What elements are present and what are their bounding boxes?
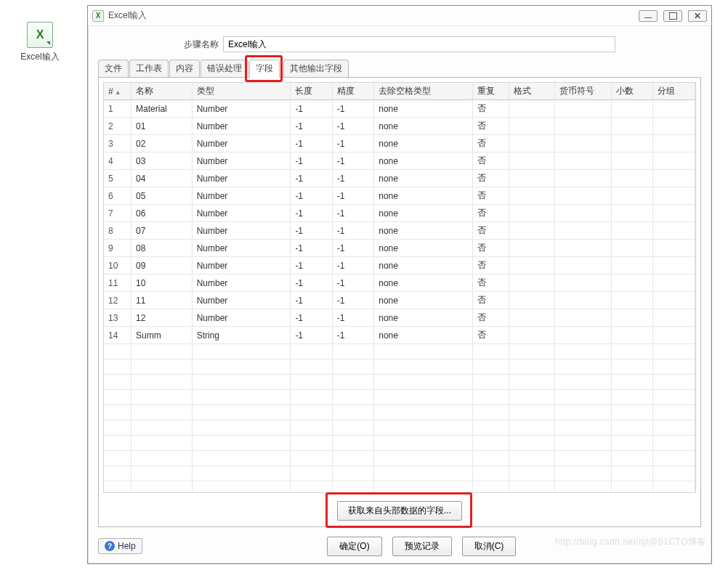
col-header-grouping[interactable]: 分组 <box>653 83 695 100</box>
col-header-index[interactable]: #▲ <box>104 83 132 100</box>
cell-decimal[interactable] <box>612 240 653 257</box>
cell-grouping[interactable] <box>653 205 695 222</box>
cell-currency[interactable] <box>554 292 611 309</box>
tab-2[interactable]: 内容 <box>169 60 200 78</box>
cell-length[interactable]: -1 <box>291 152 332 170</box>
cell-decimal[interactable] <box>612 118 653 135</box>
cell-grouping[interactable] <box>653 327 695 344</box>
cell-trim[interactable]: none <box>374 135 473 152</box>
col-header-format[interactable]: 格式 <box>509 83 555 100</box>
col-header-repeat[interactable]: 重复 <box>472 83 509 100</box>
preview-button[interactable]: 预览记录 <box>392 537 452 556</box>
cell-decimal[interactable] <box>612 257 653 274</box>
col-header-name[interactable]: 名称 <box>132 83 193 100</box>
cell-format[interactable] <box>509 205 555 222</box>
cell-idx[interactable]: 2 <box>104 118 132 135</box>
cell-idx[interactable]: 8 <box>104 222 132 240</box>
cell-type[interactable]: Number <box>192 118 291 135</box>
cell-idx[interactable]: 14 <box>104 327 132 344</box>
cell-name[interactable]: 09 <box>132 257 193 274</box>
cell-currency[interactable] <box>554 222 611 240</box>
cell-trim[interactable]: none <box>374 240 473 257</box>
step-name-input[interactable] <box>223 36 615 52</box>
cell-type[interactable]: Number <box>192 187 291 205</box>
help-button[interactable]: ? Help <box>98 538 142 554</box>
cell-format[interactable] <box>509 327 555 344</box>
table-row[interactable]: 302Number-1-1none否 <box>104 135 695 152</box>
table-row-empty[interactable] <box>104 466 695 481</box>
table-row[interactable]: 908Number-1-1none否 <box>104 240 695 257</box>
cell-format[interactable] <box>509 309 555 327</box>
cell-length[interactable]: -1 <box>291 274 332 292</box>
cell-precision[interactable]: -1 <box>332 327 373 344</box>
cell-length[interactable]: -1 <box>291 222 332 240</box>
cell-trim[interactable]: none <box>374 274 473 292</box>
maximize-button[interactable] <box>663 10 682 22</box>
table-row-empty[interactable] <box>104 359 695 375</box>
cell-repeat[interactable]: 否 <box>472 327 509 344</box>
cell-name[interactable]: 01 <box>132 118 193 135</box>
cell-precision[interactable]: -1 <box>332 222 373 240</box>
cell-idx[interactable]: 12 <box>104 292 132 309</box>
cell-name[interactable]: 11 <box>132 292 193 309</box>
cell-currency[interactable] <box>554 205 611 222</box>
close-button[interactable]: ✕ <box>688 10 707 22</box>
table-row[interactable]: 605Number-1-1none否 <box>104 187 695 205</box>
cell-currency[interactable] <box>554 170 611 187</box>
cell-format[interactable] <box>509 240 555 257</box>
cell-currency[interactable] <box>554 240 611 257</box>
cell-decimal[interactable] <box>612 222 653 240</box>
cell-decimal[interactable] <box>612 152 653 170</box>
cell-format[interactable] <box>509 274 555 292</box>
table-row[interactable]: 14SummString-1-1none否 <box>104 327 695 344</box>
cell-name[interactable]: Summ <box>132 327 193 344</box>
col-header-length[interactable]: 长度 <box>291 83 332 100</box>
cell-grouping[interactable] <box>653 222 695 240</box>
cell-length[interactable]: -1 <box>291 170 332 187</box>
cell-trim[interactable]: none <box>374 100 473 118</box>
cell-repeat[interactable]: 否 <box>472 222 509 240</box>
cell-type[interactable]: String <box>192 327 291 344</box>
minimize-button[interactable] <box>639 10 658 22</box>
cell-length[interactable]: -1 <box>291 257 332 274</box>
cell-type[interactable]: Number <box>192 309 291 327</box>
cell-format[interactable] <box>509 152 555 170</box>
cell-name[interactable]: 12 <box>132 309 193 327</box>
cell-name[interactable]: 06 <box>132 205 193 222</box>
cell-precision[interactable]: -1 <box>332 274 373 292</box>
cell-format[interactable] <box>509 170 555 187</box>
cell-decimal[interactable] <box>612 100 653 118</box>
tab-0[interactable]: 文件 <box>98 60 129 78</box>
cell-precision[interactable]: -1 <box>332 118 373 135</box>
cell-currency[interactable] <box>554 274 611 292</box>
cell-length[interactable]: -1 <box>291 240 332 257</box>
cell-trim[interactable]: none <box>374 205 473 222</box>
cell-trim[interactable]: none <box>374 292 473 309</box>
table-row-empty[interactable] <box>104 451 695 466</box>
cell-format[interactable] <box>509 118 555 135</box>
cell-grouping[interactable] <box>653 135 695 152</box>
table-row[interactable]: 706Number-1-1none否 <box>104 205 695 222</box>
cell-repeat[interactable]: 否 <box>472 309 509 327</box>
desktop-shortcut-excel-input[interactable]: X Excel输入 <box>18 22 62 63</box>
cell-idx[interactable]: 5 <box>104 170 132 187</box>
cell-trim[interactable]: none <box>374 187 473 205</box>
cell-length[interactable]: -1 <box>291 135 332 152</box>
col-header-decimal[interactable]: 小数 <box>612 83 653 100</box>
table-row-empty[interactable] <box>104 405 695 420</box>
cell-format[interactable] <box>509 100 555 118</box>
cell-currency[interactable] <box>554 135 611 152</box>
cell-precision[interactable]: -1 <box>332 187 373 205</box>
cell-type[interactable]: Number <box>192 100 291 118</box>
table-row[interactable]: 1110Number-1-1none否 <box>104 274 695 292</box>
cell-format[interactable] <box>509 292 555 309</box>
cell-length[interactable]: -1 <box>291 187 332 205</box>
cell-type[interactable]: Number <box>192 152 291 170</box>
cell-repeat[interactable]: 否 <box>472 240 509 257</box>
cell-trim[interactable]: none <box>374 152 473 170</box>
tab-4[interactable]: 字段 <box>249 60 280 78</box>
col-header-trim[interactable]: 去除空格类型 <box>374 83 473 100</box>
cell-trim[interactable]: none <box>374 257 473 274</box>
tab-3[interactable]: 错误处理 <box>201 60 248 78</box>
cell-name[interactable]: 08 <box>132 240 193 257</box>
